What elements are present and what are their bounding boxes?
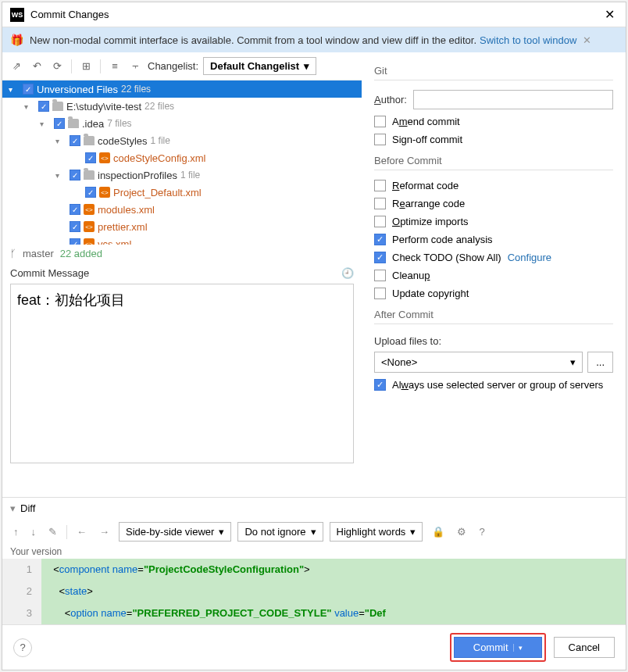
code-line: <state> [41, 581, 626, 602]
checkbox[interactable]: ✓ [70, 238, 80, 245]
todo-checkbox[interactable]: ✓ [374, 252, 386, 263]
tree-node-codestyles[interactable]: ▾ ✓ codeStyles 1 file [2, 132, 362, 149]
help-button[interactable]: ? [13, 638, 32, 657]
changelist-select[interactable]: Default Changelist ▾ [203, 57, 316, 75]
highlight-mode-select[interactable]: Highlight words ▾ [330, 522, 423, 542]
tree-file-prettier[interactable]: ✓ <> prettier.xml [2, 218, 362, 235]
ignore-mode-select[interactable]: Do not ignore ▾ [237, 522, 323, 542]
cleanup-checkbox[interactable] [374, 270, 386, 281]
upload-browse-button[interactable]: ... [587, 352, 613, 373]
checkbox[interactable]: ✓ [70, 204, 80, 215]
checkbox[interactable]: ✓ [70, 221, 80, 232]
tree-node-inspectionprofiles[interactable]: ▾ ✓ inspectionProfiles 1 file [2, 166, 362, 184]
xml-file-icon: <> [84, 238, 95, 245]
added-count: 22 added [60, 248, 102, 259]
chevron-down-icon: ▾ [570, 356, 576, 368]
branch-name: master [23, 248, 54, 259]
tree-node-path[interactable]: ▾ ✓ E:\study\vite-test 22 files [2, 98, 362, 115]
before-commit-section-title: Before Commit [374, 152, 613, 170]
next-diff-icon[interactable]: ↓ [28, 524, 40, 539]
switch-tool-window-link[interactable]: Switch to tool window [480, 34, 576, 46]
tree-file-projectdefault[interactable]: ✓ <> Project_Default.xml [2, 184, 362, 201]
rearrange-label[interactable]: Rearrange code [392, 198, 465, 209]
banner-close-icon[interactable]: ✕ [583, 34, 591, 46]
tree-file-modules[interactable]: ✓ <> modules.xml [2, 201, 362, 218]
git-section-title: Git [374, 62, 613, 80]
xml-file-icon: <> [84, 204, 95, 215]
analysis-checkbox[interactable]: ✓ [374, 234, 386, 245]
expand-all-icon[interactable]: ≡ [107, 59, 123, 74]
checkbox[interactable]: ✓ [54, 118, 65, 129]
commit-message-input[interactable]: feat：初始化项目 [10, 284, 354, 463]
chevron-down-icon: ▾ [304, 60, 309, 72]
todo-label[interactable]: Check TODO (Show All) [392, 252, 501, 263]
tree-file-vcs[interactable]: ✓ <> vcs.xml [2, 235, 362, 245]
show-diff-icon[interactable]: ⇗ [9, 59, 24, 74]
rearrange-checkbox[interactable] [374, 198, 386, 209]
history-icon[interactable]: 🕘 [341, 267, 354, 279]
checkbox[interactable]: ✓ [23, 84, 34, 95]
commit-dropdown-icon[interactable]: ▾ [513, 644, 523, 652]
chevron-down-icon[interactable]: ▾ [55, 137, 66, 145]
help-icon[interactable]: ? [476, 524, 487, 539]
dialog-title: Commit Changes [30, 9, 601, 20]
branch-icon: ᚶ [10, 248, 16, 259]
edit-icon[interactable]: ✎ [45, 524, 60, 539]
tree-node-idea[interactable]: ▾ ✓ .idea 7 files [2, 115, 362, 132]
cleanup-label[interactable]: Cleanup [392, 270, 430, 281]
always-label[interactable]: Always use selected server or group of s… [392, 379, 603, 391]
upload-select[interactable]: <None> ▾ [374, 352, 583, 373]
your-version-label: Your version [2, 545, 626, 559]
checkbox[interactable]: ✓ [70, 170, 80, 181]
diff-code-viewer[interactable]: 1 <component name="ProjectCodeStyleConfi… [2, 559, 626, 624]
tree-root-unversioned[interactable]: ▾ ✓ Unversioned Files 22 files [2, 80, 362, 98]
chevron-down-icon[interactable]: ▾ [10, 502, 16, 514]
commit-button[interactable]: Commit ▾ [454, 637, 542, 658]
author-input[interactable] [413, 90, 613, 109]
checkbox[interactable]: ✓ [70, 135, 80, 146]
diff-section-label: Diff [20, 502, 35, 514]
line-number: 1 [2, 559, 41, 581]
commit-message-label: Commit Message [10, 267, 89, 279]
revert-icon[interactable]: ↶ [29, 59, 45, 74]
copyright-checkbox[interactable] [374, 288, 386, 299]
folder-icon [52, 102, 63, 111]
optimize-label[interactable]: Optimize imports [392, 216, 469, 227]
checkbox[interactable]: ✓ [85, 187, 96, 198]
viewer-mode-select[interactable]: Side-by-side viewer ▾ [119, 522, 231, 542]
copyright-label[interactable]: Update copyright [392, 288, 469, 299]
checkbox[interactable]: ✓ [38, 101, 49, 112]
checkbox[interactable]: ✓ [85, 152, 96, 163]
always-checkbox[interactable]: ✓ [374, 379, 386, 391]
info-banner: 🎁 New non-modal commit interface is avai… [2, 27, 626, 52]
signoff-label[interactable]: Sign-off commit [392, 134, 462, 145]
reformat-label[interactable]: Reformat code [392, 180, 459, 191]
chevron-down-icon[interactable]: ▾ [9, 85, 20, 94]
forward-icon[interactable]: → [96, 524, 112, 539]
banner-text: New non-modal commit interface is availa… [30, 34, 476, 46]
upload-label: Upload files to: [374, 331, 613, 349]
cancel-button[interactable]: Cancel [554, 637, 615, 658]
amend-checkbox[interactable] [374, 116, 386, 127]
configure-link[interactable]: Configure [508, 252, 551, 263]
tree-file-codestyleconfig[interactable]: ✓ <> codeStyleConfig.xml [2, 149, 362, 166]
collapse-all-icon[interactable]: ⫟ [127, 59, 143, 74]
signoff-checkbox[interactable] [374, 134, 386, 145]
lock-icon[interactable]: 🔒 [429, 524, 448, 539]
xml-file-icon: <> [99, 152, 110, 163]
chevron-down-icon[interactable]: ▾ [55, 171, 66, 180]
amend-label[interactable]: Amend commit [392, 116, 460, 127]
reformat-checkbox[interactable] [374, 180, 386, 191]
back-icon[interactable]: ← [73, 524, 90, 539]
analysis-label[interactable]: Perform code analysis [392, 234, 493, 245]
prev-diff-icon[interactable]: ↑ [10, 524, 22, 539]
chevron-down-icon[interactable]: ▾ [24, 102, 35, 111]
group-by-icon[interactable]: ⊞ [78, 59, 94, 74]
file-tree[interactable]: ▾ ✓ Unversioned Files 22 files ▾ ✓ E:\st… [2, 80, 362, 245]
refresh-icon[interactable]: ⟳ [49, 59, 65, 74]
chevron-down-icon[interactable]: ▾ [40, 120, 51, 128]
optimize-checkbox[interactable] [374, 216, 386, 227]
gear-icon[interactable]: ⚙ [454, 524, 469, 539]
close-icon[interactable]: ✕ [601, 7, 618, 22]
gift-icon: 🎁 [10, 34, 23, 46]
